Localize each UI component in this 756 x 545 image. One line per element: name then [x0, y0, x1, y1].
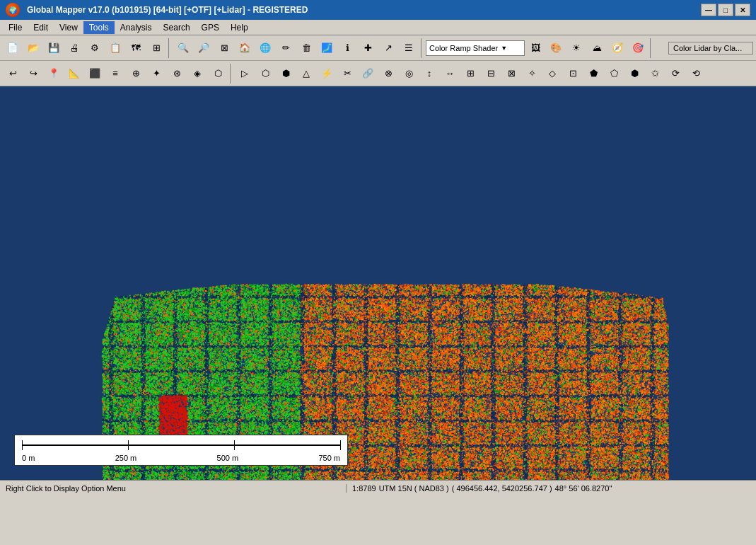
zoom-in-button[interactable]: 🔍	[173, 38, 193, 58]
lidar-canvas	[0, 86, 756, 480]
open-button[interactable]: 📂	[23, 38, 43, 58]
menu-bar: File Edit View Tools Analysis Search GPS…	[0, 20, 756, 35]
cross-button[interactable]: ✚	[358, 38, 378, 58]
status-right: 1:8789 UTM 15N ( NAD83 ) ( 496456.442, 5…	[347, 484, 756, 493]
status-dms: 48° 56' 06.8270"	[555, 484, 612, 493]
print-button[interactable]: 🖨	[64, 38, 84, 58]
tb2-btn13[interactable]: ⬡	[255, 64, 275, 84]
tb2-btn12[interactable]: ▷	[235, 64, 255, 84]
title-bar-controls[interactable]: — □ ✕	[701, 4, 750, 16]
arrow-button[interactable]: ↗	[378, 38, 398, 58]
minimize-button[interactable]: —	[701, 4, 716, 16]
menu-analysis[interactable]: Analysis	[115, 21, 158, 34]
shader-settings-button[interactable]: 🖼	[525, 38, 545, 58]
tb2-btn1[interactable]: ↩	[3, 64, 23, 84]
scale-label-0: 0 m	[22, 454, 35, 462]
tb2-btn24[interactable]: ⊟	[481, 64, 501, 84]
tb2-btn8[interactable]: ✦	[146, 64, 166, 84]
tb2-btn10[interactable]: ◈	[187, 64, 207, 84]
status-left: Right Click to Display Option Menu	[0, 484, 347, 493]
tb2-btn17[interactable]: ✂	[337, 64, 357, 84]
tb2-btn34[interactable]: ⟲	[686, 64, 706, 84]
toolbar2: ↩ ↪ 📍 📐 ⬛ ≡ ⊕ ✦ ⊛ ◈ ⬡ ▷ ⬡ ⬢ △ ⚡ ✂ 🔗 ⊗ ◎ …	[0, 61, 756, 86]
sep1	[168, 38, 171, 58]
tb2-btn7[interactable]: ⊕	[126, 64, 146, 84]
menu-search[interactable]: Search	[158, 21, 196, 34]
menu-tools[interactable]: Tools	[83, 21, 115, 34]
close-button[interactable]: ✕	[735, 4, 750, 16]
scale-bar: 0 m 250 m 500 m 750 m	[14, 435, 348, 466]
scale-line	[22, 444, 340, 446]
title-bar: 🌍 Global Mapper v17.0 (b101915) [64-bit]…	[0, 0, 756, 20]
tb2-btn6[interactable]: ≡	[105, 64, 125, 84]
menu-file[interactable]: File	[3, 21, 28, 34]
tb2-btn27[interactable]: ◇	[542, 64, 562, 84]
sep4	[230, 64, 233, 84]
app-icon: 🌍	[6, 3, 20, 17]
hand-button[interactable]: ☰	[399, 38, 419, 58]
target-button[interactable]: 🎯	[628, 38, 648, 58]
status-projection: UTM 15N ( NAD83 )	[379, 484, 449, 493]
new-button[interactable]: 📄	[3, 38, 23, 58]
menu-gps[interactable]: GPS	[196, 21, 225, 34]
menu-view[interactable]: View	[54, 21, 83, 34]
sep3	[650, 38, 653, 58]
tb2-btn32[interactable]: ✩	[645, 64, 665, 84]
map-area[interactable]: 0 m 250 m 500 m 750 m	[0, 86, 756, 480]
grid-button[interactable]: ⊞	[146, 38, 166, 58]
tb2-btn16[interactable]: ⚡	[317, 64, 337, 84]
menu-help[interactable]: Help	[225, 21, 254, 34]
tb2-btn9[interactable]: ⊛	[167, 64, 187, 84]
hill-button[interactable]: ⛰	[587, 38, 607, 58]
shader-dropdown[interactable]: Color Ramp Shader ▼	[426, 40, 525, 56]
edit-button[interactable]: ✏	[276, 38, 296, 58]
color-button[interactable]: 🎨	[546, 38, 566, 58]
layers-button[interactable]: 📋	[105, 38, 125, 58]
scale-ruler	[22, 440, 340, 451]
info-button[interactable]: ℹ	[337, 38, 357, 58]
tb2-btn4[interactable]: 📐	[64, 64, 84, 84]
tb2-btn15[interactable]: △	[296, 64, 316, 84]
sep2	[421, 38, 424, 58]
tb2-btn26[interactable]: ✧	[522, 64, 542, 84]
tb2-btn28[interactable]: ⊡	[563, 64, 583, 84]
tb2-btn11[interactable]: ⬡	[208, 64, 228, 84]
tb2-btn23[interactable]: ⊞	[460, 64, 480, 84]
tb2-btn33[interactable]: ⟳	[665, 64, 685, 84]
tb2-btn31[interactable]: ⬢	[624, 64, 644, 84]
zoom-out-button[interactable]: 🔎	[194, 38, 214, 58]
tb2-btn20[interactable]: ◎	[399, 64, 419, 84]
tb2-btn3[interactable]: 📍	[44, 64, 64, 84]
zoom-fit-button[interactable]: ⊠	[214, 38, 234, 58]
maximize-button[interactable]: □	[718, 4, 733, 16]
status-bar: Right Click to Display Option Menu 1:878…	[0, 480, 756, 495]
tb2-btn29[interactable]: ⬟	[583, 64, 603, 84]
tb2-btn5[interactable]: ⬛	[85, 64, 105, 84]
scale-label-250: 250 m	[115, 454, 137, 462]
sun-button[interactable]: ☀	[566, 38, 586, 58]
shader-label: Color Ramp Shader	[429, 44, 498, 52]
tb2-btn2[interactable]: ↪	[23, 64, 43, 84]
settings-button[interactable]: ⚙	[85, 38, 105, 58]
menu-edit[interactable]: Edit	[28, 21, 54, 34]
map-button[interactable]: 🗾	[317, 38, 337, 58]
scale-label-750: 750 m	[318, 454, 340, 462]
tb2-btn25[interactable]: ⊠	[501, 64, 521, 84]
tb2-btn21[interactable]: ↕	[419, 64, 439, 84]
zoom-select-button[interactable]: 🏠	[235, 38, 255, 58]
status-coords: ( 496456.442, 5420256.747 )	[452, 484, 552, 493]
tb2-btn14[interactable]: ⬢	[276, 64, 296, 84]
toolbar1: 📄 📂 💾 🖨 ⚙ 📋 🗺 ⊞ 🔍 🔎 ⊠ 🏠 🌐 ✏ 🗑 🗾 ℹ ✚ ↗ ☰ …	[0, 35, 756, 61]
tb2-btn19[interactable]: ⊗	[378, 64, 398, 84]
title-bar-left: 🌍 Global Mapper v17.0 (b101915) [64-bit]…	[6, 3, 308, 17]
save-button[interactable]: 💾	[44, 38, 64, 58]
overlay-button[interactable]: 🗺	[126, 38, 146, 58]
app-title: Global Mapper v17.0 (b101915) [64-bit] […	[27, 5, 308, 15]
tb2-btn30[interactable]: ⬠	[604, 64, 624, 84]
tb2-btn18[interactable]: 🔗	[358, 64, 378, 84]
nav-button[interactable]: 🧭	[607, 38, 627, 58]
scale-label-500: 500 m	[217, 454, 239, 462]
del-button[interactable]: 🗑	[296, 38, 316, 58]
globe-view-button[interactable]: 🌐	[255, 38, 275, 58]
tb2-btn22[interactable]: ↔	[440, 64, 460, 84]
